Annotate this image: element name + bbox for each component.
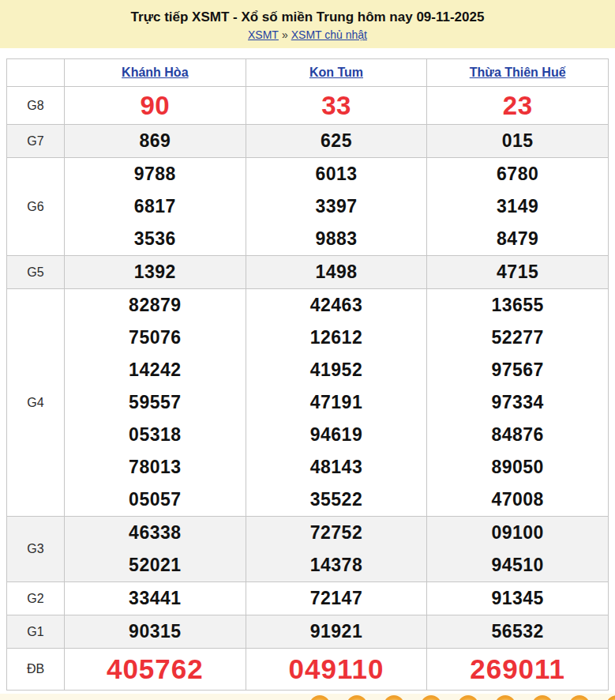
prize-number: 12612 (246, 322, 427, 354)
prize-label-G5: G5 (7, 256, 65, 289)
prize-number: 72752 (246, 517, 427, 549)
prize-row-G2: G2334417214791345 (7, 582, 609, 615)
prize-number: 269011 (427, 649, 608, 690)
prize-cell-G1-col2: 56532 (427, 615, 609, 649)
prize-cell-G4-col0: 82879750761424259557053187801305057 (65, 289, 246, 517)
prize-number: 05057 (65, 484, 246, 516)
prize-number: 89050 (427, 451, 608, 484)
prize-cell-G7-col1: 625 (246, 125, 427, 158)
prize-number: 33441 (65, 582, 246, 615)
prize-cell-G2-col2: 91345 (427, 582, 609, 615)
prize-cell-G6-col2: 678031498479 (427, 158, 609, 256)
prize-row-G1: G1903159192156532 (7, 615, 609, 649)
prize-number: 97567 (427, 354, 608, 386)
prize-number: 42463 (246, 289, 427, 322)
prize-label-G1: G1 (7, 615, 65, 649)
prize-number: 8479 (427, 223, 608, 255)
breadcrumb: XSMT»XSMT chủ nhật (0, 28, 615, 41)
prize-number: 94510 (427, 549, 608, 581)
prize-row-G4: G482879750761424259557053187801305057424… (7, 289, 609, 517)
prize-cell-G3-col1: 7275214378 (246, 517, 427, 582)
province-link-kon-tum[interactable]: Kon Tum (309, 66, 363, 79)
prize-number: 4715 (427, 256, 608, 288)
prize-number: 48143 (246, 451, 427, 484)
prize-cell-G2-col0: 33441 (65, 582, 246, 615)
prize-cell-G4-col2: 13655522779756797334848768905047008 (427, 289, 609, 517)
prize-row-G3: G3463385202172752143780910094510 (7, 517, 609, 582)
breadcrumb-link-xsmt-chu-nhat[interactable]: XSMT chủ nhật (291, 28, 367, 41)
prize-number: 84876 (427, 419, 608, 451)
prize-number: 33 (246, 87, 427, 124)
prize-number: 47008 (427, 484, 608, 516)
page-header: Trực tiếp XSMT - Xổ số miền Trung hôm na… (0, 0, 615, 48)
prize-number: 405762 (65, 649, 246, 690)
prize-number: 90315 (65, 615, 246, 648)
prize-number: 82879 (65, 289, 246, 322)
prize-number: 46338 (65, 517, 246, 549)
prize-number: 869 (65, 125, 246, 157)
prize-number: 14242 (65, 354, 246, 386)
prize-label-G4: G4 (7, 289, 65, 517)
prize-cell-G7-col0: 869 (65, 125, 246, 158)
prize-cell-G8-col2: 23 (427, 87, 609, 125)
prize-number: 52021 (65, 549, 246, 581)
prize-label-DB: ĐB (7, 649, 65, 691)
prize-cell-G5-col0: 1392 (65, 256, 246, 289)
prize-number: 72147 (246, 582, 427, 615)
prize-number: 6013 (246, 158, 427, 190)
prize-row-G5: G5139214984715 (7, 256, 609, 289)
prize-cell-G7-col2: 015 (427, 125, 609, 158)
prize-number: 3397 (246, 190, 427, 223)
prize-number: 9883 (246, 223, 427, 255)
prize-number: 049110 (246, 649, 427, 690)
corner-cell (7, 59, 65, 87)
prize-cell-DB-col2: 269011 (427, 649, 609, 691)
lottery-ball-icon (347, 695, 367, 700)
prize-cell-G2-col1: 72147 (246, 582, 427, 615)
column-header-thua-thien-hue: Thừa Thiên Huế (427, 59, 609, 87)
prize-cell-G6-col0: 978868173536 (65, 158, 246, 256)
lottery-ball-icon (495, 695, 516, 700)
prize-number: 52277 (427, 322, 608, 354)
prize-label-G7: G7 (7, 125, 65, 158)
prize-cell-G5-col2: 4715 (427, 256, 609, 289)
province-link-khanh-hoa[interactable]: Khánh Hòa (122, 66, 188, 79)
prize-number: 6780 (427, 158, 608, 190)
prize-cell-G3-col2: 0910094510 (427, 517, 609, 582)
prize-cell-G8-col0: 90 (65, 87, 246, 125)
prize-number: 90 (65, 87, 246, 124)
prize-label-G8: G8 (7, 87, 65, 125)
prize-number: 97334 (427, 386, 608, 419)
prize-number: 3149 (427, 190, 608, 223)
province-link-thua-thien-hue[interactable]: Thừa Thiên Huế (470, 66, 566, 79)
breadcrumb-link-xsmt[interactable]: XSMT (248, 28, 279, 41)
prize-number: 14378 (246, 549, 427, 581)
prize-label-G3: G3 (7, 517, 65, 582)
lottery-ball-icon (421, 695, 441, 700)
prize-number: 91345 (427, 582, 608, 615)
lottery-ball-icon (569, 695, 590, 700)
prize-number: 75076 (65, 322, 246, 354)
breadcrumb-separator: » (282, 28, 288, 41)
lottery-ball-icon (309, 695, 330, 700)
prize-number: 3536 (65, 223, 246, 255)
prize-number: 23 (427, 87, 608, 124)
prize-number: 59557 (65, 386, 246, 419)
results-tbody: G8903323G7869625015G69788681735366013339… (7, 87, 609, 691)
prize-cell-G5-col1: 1498 (246, 256, 427, 289)
lottery-ball-icon (532, 695, 553, 700)
lottery-ball-icon (384, 695, 404, 700)
prize-number: 1392 (65, 256, 246, 288)
prize-cell-G1-col1: 91921 (246, 615, 427, 649)
prize-number: 91921 (246, 615, 427, 648)
lottery-results-table: Khánh Hòa Kon Tum Thừa Thiên Huế G890332… (6, 58, 609, 691)
prize-cell-G6-col1: 601333979883 (246, 158, 427, 256)
prize-number: 625 (246, 125, 427, 157)
prize-row-G7: G7869625015 (7, 125, 609, 158)
prize-row-G8: G8903323 (7, 87, 609, 125)
page-title: Trực tiếp XSMT - Xổ số miền Trung hôm na… (0, 9, 615, 26)
prize-cell-G3-col0: 4633852021 (65, 517, 246, 582)
prize-number: 56532 (427, 615, 608, 648)
prize-cell-DB-col1: 049110 (246, 649, 427, 691)
prize-number: 1498 (246, 256, 427, 288)
